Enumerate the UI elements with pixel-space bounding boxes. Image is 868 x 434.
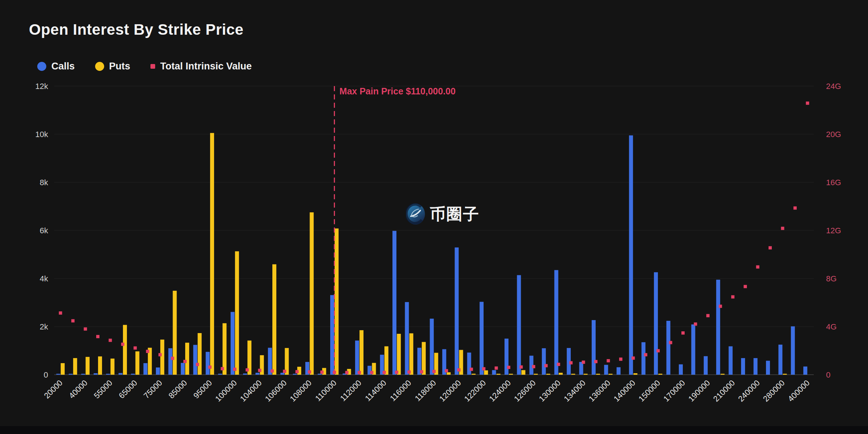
intrinsic-value-marker[interactable] xyxy=(495,366,498,370)
intrinsic-value-marker[interactable] xyxy=(769,246,772,250)
puts-bar[interactable] xyxy=(86,357,90,375)
puts-bar[interactable] xyxy=(198,333,202,375)
calls-bar[interactable] xyxy=(766,361,770,375)
intrinsic-value-marker[interactable] xyxy=(146,350,149,353)
calls-bar[interactable] xyxy=(604,365,608,375)
intrinsic-value-marker[interactable] xyxy=(221,367,224,370)
intrinsic-value-marker[interactable] xyxy=(557,363,560,366)
intrinsic-value-marker[interactable] xyxy=(656,349,660,352)
calls-bar[interactable] xyxy=(741,358,745,375)
intrinsic-value-marker[interactable] xyxy=(607,359,610,362)
calls-bar[interactable] xyxy=(791,326,795,375)
calls-bar[interactable] xyxy=(280,373,284,375)
puts-bar[interactable] xyxy=(73,358,77,375)
intrinsic-value-marker[interactable] xyxy=(308,370,311,374)
calls-bar[interactable] xyxy=(716,280,720,375)
puts-bar[interactable] xyxy=(546,374,550,375)
puts-bar[interactable] xyxy=(658,374,662,375)
puts-bar[interactable] xyxy=(633,373,637,375)
calls-bar[interactable] xyxy=(355,341,359,375)
intrinsic-value-marker[interactable] xyxy=(544,364,548,367)
calls-bar[interactable] xyxy=(480,302,484,375)
calls-bar[interactable] xyxy=(231,312,235,375)
puts-bar[interactable] xyxy=(111,358,115,375)
puts-bar[interactable] xyxy=(559,373,563,375)
intrinsic-value-marker[interactable] xyxy=(644,353,647,356)
puts-bar[interactable] xyxy=(534,374,538,375)
intrinsic-value-marker[interactable] xyxy=(133,346,137,350)
intrinsic-value-marker[interactable] xyxy=(171,357,174,360)
intrinsic-value-marker[interactable] xyxy=(457,368,460,371)
puts-bar[interactable] xyxy=(497,374,501,375)
intrinsic-value-marker[interactable] xyxy=(694,323,697,326)
calls-bar[interactable] xyxy=(430,319,434,375)
intrinsic-value-marker[interactable] xyxy=(183,360,187,363)
puts-bar[interactable] xyxy=(783,374,787,375)
calls-bar[interactable] xyxy=(554,270,558,375)
intrinsic-value-marker[interactable] xyxy=(781,227,784,230)
intrinsic-value-marker[interactable] xyxy=(383,371,386,374)
calls-bar[interactable] xyxy=(318,374,322,375)
puts-bar[interactable] xyxy=(472,374,476,375)
calls-bar[interactable] xyxy=(803,366,807,375)
calls-bar[interactable] xyxy=(753,358,757,375)
calls-bar[interactable] xyxy=(255,373,259,375)
puts-bar[interactable] xyxy=(272,264,276,375)
intrinsic-value-marker[interactable] xyxy=(681,331,685,335)
intrinsic-value-marker[interactable] xyxy=(295,370,299,373)
intrinsic-value-marker[interactable] xyxy=(158,353,162,356)
intrinsic-value-marker[interactable] xyxy=(631,357,635,360)
intrinsic-value-marker[interactable] xyxy=(445,369,448,373)
puts-bar[interactable] xyxy=(222,323,226,375)
puts-bar[interactable] xyxy=(384,346,388,375)
calls-bar[interactable] xyxy=(81,374,85,375)
puts-bar[interactable] xyxy=(397,334,401,375)
intrinsic-value-marker[interactable] xyxy=(744,285,747,288)
calls-bar[interactable] xyxy=(579,362,583,375)
intrinsic-value-marker[interactable] xyxy=(345,371,349,374)
calls-bar[interactable] xyxy=(119,373,123,375)
puts-bar[interactable] xyxy=(584,374,588,375)
calls-bar[interactable] xyxy=(144,363,148,375)
puts-bar[interactable] xyxy=(235,251,239,375)
calls-bar[interactable] xyxy=(330,295,334,375)
puts-bar[interactable] xyxy=(522,370,526,375)
calls-bar[interactable] xyxy=(69,374,73,375)
calls-bar[interactable] xyxy=(517,275,521,375)
intrinsic-value-marker[interactable] xyxy=(706,314,710,317)
calls-bar[interactable] xyxy=(56,374,60,375)
intrinsic-value-marker[interactable] xyxy=(320,371,324,374)
intrinsic-value-marker[interactable] xyxy=(806,102,809,105)
calls-bar[interactable] xyxy=(778,345,782,375)
intrinsic-value-marker[interactable] xyxy=(358,371,361,374)
calls-bar[interactable] xyxy=(729,346,733,375)
intrinsic-value-marker[interactable] xyxy=(208,366,212,369)
puts-bar[interactable] xyxy=(61,363,65,375)
calls-bar[interactable] xyxy=(642,342,646,375)
calls-bar[interactable] xyxy=(405,302,409,375)
calls-bar[interactable] xyxy=(666,321,670,375)
calls-bar[interactable] xyxy=(206,352,210,375)
intrinsic-value-marker[interactable] xyxy=(96,335,99,338)
intrinsic-value-marker[interactable] xyxy=(731,295,735,298)
calls-bar[interactable] xyxy=(654,272,658,375)
intrinsic-value-marker[interactable] xyxy=(793,207,797,210)
calls-bar[interactable] xyxy=(392,231,396,375)
puts-bar[interactable] xyxy=(359,330,363,375)
calls-bar[interactable] xyxy=(106,374,110,375)
puts-bar[interactable] xyxy=(173,291,177,375)
intrinsic-value-marker[interactable] xyxy=(408,370,411,374)
intrinsic-value-marker[interactable] xyxy=(109,339,112,342)
calls-bar[interactable] xyxy=(691,324,695,375)
intrinsic-value-marker[interactable] xyxy=(246,368,249,371)
puts-bar[interactable] xyxy=(484,370,488,375)
intrinsic-value-marker[interactable] xyxy=(719,305,722,308)
intrinsic-value-marker[interactable] xyxy=(196,363,199,366)
puts-bar[interactable] xyxy=(335,229,339,375)
puts-bar[interactable] xyxy=(185,343,189,375)
puts-bar[interactable] xyxy=(210,133,214,375)
intrinsic-value-marker[interactable] xyxy=(669,341,672,344)
intrinsic-value-marker[interactable] xyxy=(519,365,523,369)
intrinsic-value-marker[interactable] xyxy=(756,265,760,269)
calls-bar[interactable] xyxy=(704,356,708,375)
